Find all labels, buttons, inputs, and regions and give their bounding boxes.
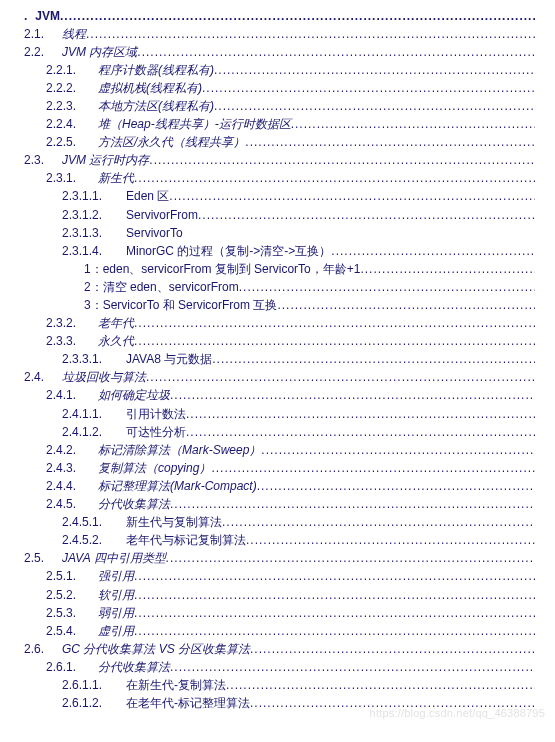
toc-entry-number: 2.3.2. bbox=[46, 316, 90, 332]
toc-entry[interactable]: 2.2.1.程序计数器(线程私有) bbox=[24, 63, 535, 79]
toc-entry-number: 2.3.1.4. bbox=[62, 244, 118, 260]
toc-entry-number: 2.6.1.2. bbox=[62, 696, 118, 712]
toc-entry[interactable]: 2.6.1.2.在老年代-标记整理算法 bbox=[24, 696, 535, 712]
toc-entry-number: 2.4.4. bbox=[46, 479, 90, 495]
toc-entry-number: . bbox=[24, 9, 27, 25]
toc-entry[interactable]: 2.6.1.1.在新生代-复制算法 bbox=[24, 678, 535, 694]
toc-entry-title: GC 分代收集算法 VS 分区收集算法 bbox=[62, 642, 250, 658]
table-of-contents: .JVM2.1.线程2.2.JVM 内存区域2.2.1.程序计数器(线程私有)2… bbox=[24, 9, 535, 712]
toc-entry-number: 2.4.5. bbox=[46, 497, 90, 513]
toc-entry[interactable]: 2.2.5.方法区/永久代（线程共享） bbox=[24, 135, 535, 151]
toc-entry-number: 2.3.1.1. bbox=[62, 189, 118, 205]
toc-entry-number: 2.2. bbox=[24, 45, 54, 61]
toc-entry[interactable]: 2.5.2.软引用 bbox=[24, 588, 535, 604]
toc-entry[interactable]: 2.1.线程 bbox=[24, 27, 535, 43]
toc-entry-leader-dots bbox=[214, 63, 535, 79]
toc-entry-leader-dots bbox=[134, 624, 535, 640]
toc-entry[interactable]: 1：eden、servicorFrom 复制到 ServicorTo，年龄+1 bbox=[24, 262, 535, 278]
toc-entry[interactable]: 2.3.3.永久代 bbox=[24, 334, 535, 350]
toc-entry-title: 老年代 bbox=[98, 316, 134, 332]
toc-entry-title: 老年代与标记复制算法 bbox=[126, 533, 246, 549]
toc-entry-leader-dots bbox=[212, 352, 535, 368]
toc-entry[interactable]: 2.5.4.虚引用 bbox=[24, 624, 535, 640]
toc-entry-number: 2.4.2. bbox=[46, 443, 90, 459]
toc-entry-leader-dots bbox=[245, 135, 535, 151]
toc-entry[interactable]: 2.5.1.强引用 bbox=[24, 569, 535, 585]
toc-entry[interactable]: 2.3.JVM 运行时内存 bbox=[24, 153, 535, 169]
toc-entry-number: 2.3. bbox=[24, 153, 54, 169]
toc-entry-title: JVM 内存区域 bbox=[62, 45, 137, 61]
toc-entry-title: 软引用 bbox=[98, 588, 134, 604]
toc-entry-number: 2.6.1. bbox=[46, 660, 90, 676]
toc-entry-number: 2.4.1. bbox=[46, 388, 90, 404]
toc-entry[interactable]: 2.2.2.虚拟机栈(线程私有) bbox=[24, 81, 535, 97]
toc-entry[interactable]: 2.3.3.1.JAVA8 与元数据 bbox=[24, 352, 535, 368]
toc-entry[interactable]: 2.3.1.新生代 bbox=[24, 171, 535, 187]
toc-entry-number: 2.1. bbox=[24, 27, 54, 43]
toc-entry[interactable]: 3：ServicorTo 和 ServicorFrom 互换 bbox=[24, 298, 535, 314]
toc-entry[interactable]: 2.5.3.弱引用 bbox=[24, 606, 535, 622]
toc-entry[interactable]: 2.4.垃圾回收与算法 bbox=[24, 370, 535, 386]
toc-entry-number: 2.2.4. bbox=[46, 117, 90, 133]
toc-entry-number: 2.4.3. bbox=[46, 461, 90, 477]
toc-entry-title: 3：ServicorTo 和 ServicorFrom 互换 bbox=[84, 298, 277, 314]
toc-entry[interactable]: 2.4.4.标记整理算法(Mark-Compact) bbox=[24, 479, 535, 495]
toc-entry[interactable]: 2.2.3.本地方法区(线程私有) bbox=[24, 99, 535, 115]
toc-entry[interactable]: 2.6.GC 分代收集算法 VS 分区收集算法 bbox=[24, 642, 535, 658]
toc-entry-title: 在老年代-标记整理算法 bbox=[126, 696, 250, 712]
toc-entry-leader-dots bbox=[250, 696, 535, 712]
toc-entry[interactable]: 2.3.1.3.ServivorTo bbox=[24, 226, 535, 242]
toc-entry-title: 永久代 bbox=[98, 334, 134, 350]
toc-entry-title: 线程 bbox=[62, 27, 86, 43]
toc-entry-leader-dots bbox=[202, 81, 535, 97]
toc-entry-leader-dots bbox=[257, 479, 535, 495]
toc-entry-leader-dots bbox=[186, 425, 535, 441]
toc-entry-number: 2.3.1.2. bbox=[62, 208, 118, 224]
toc-entry-number: 2.5.1. bbox=[46, 569, 90, 585]
toc-entry-leader-dots bbox=[149, 153, 535, 169]
toc-entry[interactable]: 2.3.1.2.ServivorFrom bbox=[24, 208, 535, 224]
toc-entry[interactable]: 2.4.1.如何确定垃圾 bbox=[24, 388, 535, 404]
toc-entry[interactable]: 2.3.2.老年代 bbox=[24, 316, 535, 332]
toc-entry-leader-dots bbox=[186, 407, 535, 423]
toc-entry[interactable]: 2.3.1.1.Eden 区 bbox=[24, 189, 535, 205]
toc-entry-number: 2.2.5. bbox=[46, 135, 90, 151]
toc-entry-leader-dots bbox=[277, 298, 535, 314]
toc-entry-title: 引用计数法 bbox=[126, 407, 186, 423]
toc-entry[interactable]: 2.4.5.2.老年代与标记复制算法 bbox=[24, 533, 535, 549]
toc-entry[interactable]: 2.4.2.标记清除算法（Mark-Sweep） bbox=[24, 443, 535, 459]
toc-entry-title: ServivorTo bbox=[126, 226, 183, 242]
toc-entry-number: 2.2.1. bbox=[46, 63, 90, 79]
toc-entry-title: 1：eden、servicorFrom 复制到 ServicorTo，年龄+1 bbox=[84, 262, 360, 278]
toc-entry[interactable]: 2.5.JAVA 四中引用类型 bbox=[24, 551, 535, 567]
toc-entry-number: 2.6.1.1. bbox=[62, 678, 118, 694]
toc-entry-leader-dots bbox=[170, 388, 535, 404]
toc-entry[interactable]: 2.4.1.2.可达性分析 bbox=[24, 425, 535, 441]
toc-entry[interactable]: .JVM bbox=[24, 9, 535, 25]
toc-entry-leader-dots bbox=[246, 533, 535, 549]
toc-entry[interactable]: 2.6.1.分代收集算法 bbox=[24, 660, 535, 676]
toc-entry[interactable]: 2.2.JVM 内存区域 bbox=[24, 45, 535, 61]
toc-entry-title: JVM bbox=[35, 9, 60, 25]
toc-entry[interactable]: 2.3.1.4.MinorGC 的过程（复制->清空->互换） bbox=[24, 244, 535, 260]
toc-entry-number: 2.6. bbox=[24, 642, 54, 658]
toc-entry[interactable]: 2.4.1.1.引用计数法 bbox=[24, 407, 535, 423]
toc-entry[interactable]: 2.4.3.复制算法（copying） bbox=[24, 461, 535, 477]
toc-entry-leader-dots bbox=[137, 45, 535, 61]
toc-entry[interactable]: 2.4.5.分代收集算法 bbox=[24, 497, 535, 513]
toc-entry[interactable]: 2：清空 eden、servicorFrom bbox=[24, 280, 535, 296]
toc-entry[interactable]: 2.2.4.堆（Heap-线程共享）-运行时数据区 bbox=[24, 117, 535, 133]
toc-entry-title: ServivorFrom bbox=[126, 208, 198, 224]
toc-entry-title: Eden 区 bbox=[126, 189, 169, 205]
toc-entry-leader-dots bbox=[134, 588, 535, 604]
toc-entry-number: 2.5.4. bbox=[46, 624, 90, 640]
toc-entry-leader-dots bbox=[250, 642, 535, 658]
toc-entry-leader-dots bbox=[60, 9, 535, 25]
toc-entry-title: 新生代 bbox=[98, 171, 134, 187]
toc-entry-title: 新生代与复制算法 bbox=[126, 515, 222, 531]
toc-entry-number: 2.4.1.2. bbox=[62, 425, 118, 441]
toc-entry-leader-dots bbox=[134, 316, 535, 332]
toc-entry-leader-dots bbox=[211, 461, 535, 477]
toc-entry[interactable]: 2.4.5.1.新生代与复制算法 bbox=[24, 515, 535, 531]
toc-entry-title: 分代收集算法 bbox=[98, 497, 170, 513]
